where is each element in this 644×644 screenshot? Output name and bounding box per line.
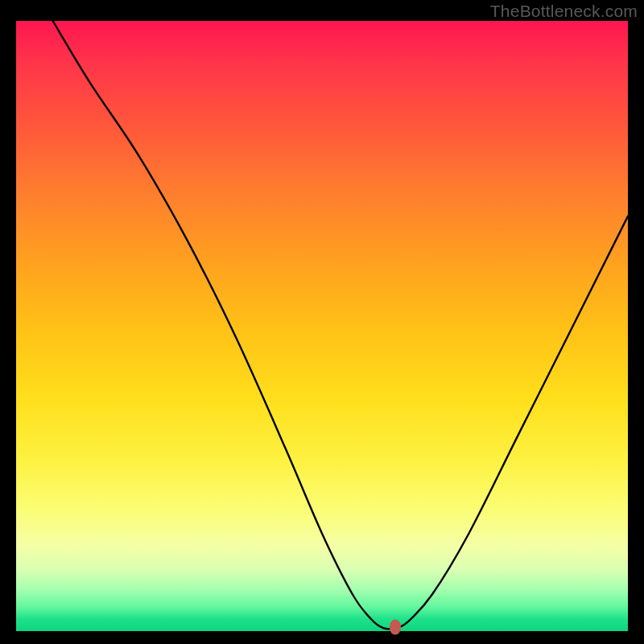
watermark-text: TheBottleneck.com <box>490 2 638 21</box>
bottleneck-curve-path <box>53 21 628 629</box>
optimal-point-marker <box>390 619 401 634</box>
chart-frame: TheBottleneck.com <box>0 0 644 644</box>
plot-area <box>16 21 628 631</box>
curve-svg <box>16 21 628 631</box>
